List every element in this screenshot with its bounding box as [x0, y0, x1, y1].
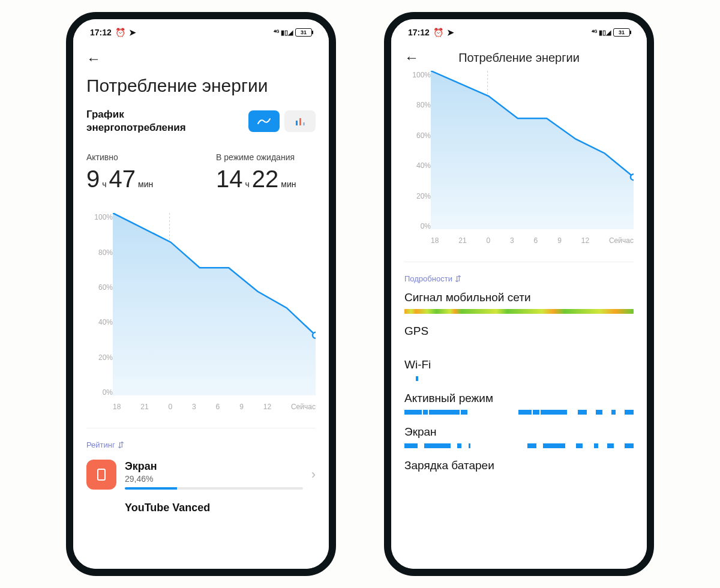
- battery-icon: 31: [295, 28, 312, 37]
- chart-y-axis: 100%80%60%40%20%0%: [404, 71, 431, 230]
- divider: [86, 428, 316, 428]
- active-label: Активно: [86, 152, 186, 162]
- svg-point-7: [631, 174, 634, 180]
- screen-left: 17:12 ⏰ ➤ ⁴ᴳ ▮▯◢ 31 ← Потребление энерги…: [73, 19, 329, 569]
- sort-icon: ⇵: [455, 274, 461, 283]
- statusbar: 17:12 ⏰ ➤ ⁴ᴳ ▮▯◢ 31: [404, 25, 634, 43]
- back-button[interactable]: ←: [404, 49, 419, 66]
- battery-chart: 100%80%60%40%20%0% 1821036912Сейчас: [86, 213, 316, 417]
- rank-pct: 29,46%: [125, 474, 303, 484]
- divider: [404, 262, 634, 262]
- standby-label: В режиме ожидания: [216, 152, 316, 162]
- chart-x-axis: 1821036912Сейчас: [113, 403, 316, 417]
- chevron-right-icon: ›: [311, 467, 316, 482]
- chart-svg: [431, 71, 634, 229]
- back-button[interactable]: ←: [86, 50, 101, 67]
- rank-item-youtube[interactable]: YouTube Vanced: [86, 499, 316, 524]
- chart-svg: [113, 213, 316, 395]
- alarm-icon: ⏰: [115, 28, 125, 37]
- details-header[interactable]: Подробности ⇵: [404, 274, 461, 283]
- svg-rect-5: [98, 469, 105, 480]
- page-title: Потребление энергии: [86, 72, 316, 108]
- rank-bar: [125, 487, 303, 490]
- sort-icon: ⇵: [118, 440, 124, 449]
- phone-right: 17:12 ⏰ ➤ ⁴ᴳ ▮▯◢ 31 ← Потребление энерги…: [384, 12, 654, 576]
- screen-app-icon: [86, 460, 116, 490]
- chart-y-axis: 100%80%60%40%20%0%: [86, 213, 113, 397]
- status-time: 17:12: [90, 28, 112, 37]
- standby-value: 14ч22мин: [216, 166, 316, 193]
- detail-charging[interactable]: Зарядка батареи: [404, 452, 634, 481]
- screen-right: 17:12 ⏰ ➤ ⁴ᴳ ▮▯◢ 31 ← Потребление энерги…: [391, 19, 647, 569]
- gps-strip: [404, 343, 634, 347]
- toggle-line-view[interactable]: [248, 110, 280, 132]
- page-title: Потребление энергии: [426, 51, 612, 65]
- toggle-bar-view[interactable]: [284, 110, 316, 132]
- status-time: 17:12: [408, 28, 430, 37]
- rank-name: Экран: [125, 460, 303, 473]
- battery-icon: 31: [613, 28, 630, 37]
- statusbar: 17:12 ⏰ ➤ ⁴ᴳ ▮▯◢ 31: [86, 25, 316, 43]
- chart-x-axis: 1821036912Сейчас: [431, 236, 634, 251]
- phone-left: 17:12 ⏰ ➤ ⁴ᴳ ▮▯◢ 31 ← Потребление энерги…: [66, 12, 336, 576]
- svg-point-4: [313, 332, 316, 338]
- detail-screen[interactable]: Экран: [404, 418, 634, 452]
- active-strip: [404, 410, 634, 415]
- screen-strip: [404, 443, 634, 448]
- graph-label: График энергопотребления: [86, 108, 206, 134]
- send-icon: ➤: [129, 28, 136, 37]
- ranking-header[interactable]: Рейтинг ⇵: [86, 440, 124, 449]
- svg-rect-1: [299, 118, 301, 125]
- svg-rect-0: [296, 121, 298, 125]
- detail-signal[interactable]: Сигнал мобильной сети: [404, 284, 634, 317]
- network-icon: ⁴ᴳ ▮▯◢: [592, 29, 611, 37]
- detail-wifi[interactable]: Wi-Fi: [404, 351, 634, 385]
- alarm-icon: ⏰: [433, 28, 443, 37]
- send-icon: ➤: [447, 28, 454, 37]
- battery-chart: 100%80%60%40%20%0% 1821036912Сейчас: [404, 71, 634, 251]
- rank-item-screen[interactable]: Экран 29,46% ›: [86, 450, 316, 499]
- detail-active[interactable]: Активный режим: [404, 385, 634, 418]
- wifi-strip: [404, 376, 634, 381]
- svg-rect-2: [303, 122, 305, 125]
- detail-gps[interactable]: GPS: [404, 317, 634, 351]
- active-value: 9ч47мин: [86, 166, 186, 193]
- network-icon: ⁴ᴳ ▮▯◢: [274, 29, 293, 37]
- signal-strip: [404, 309, 634, 314]
